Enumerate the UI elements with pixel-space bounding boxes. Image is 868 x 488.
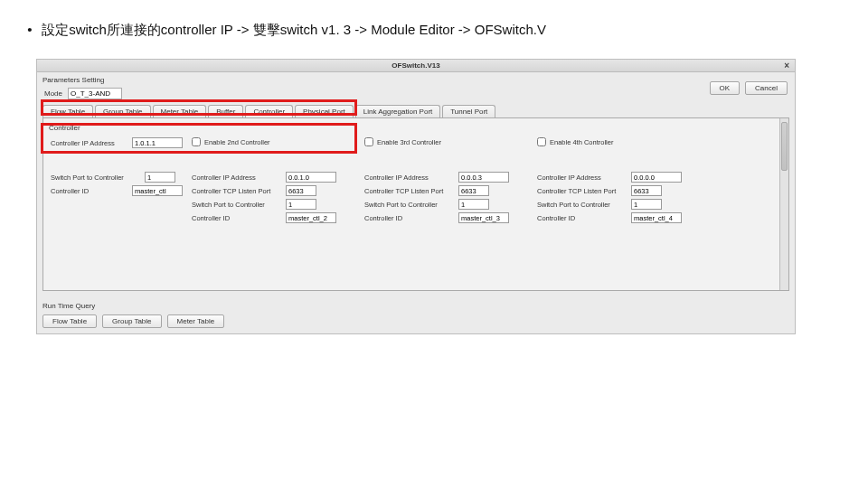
c3-cid-label: Controller ID — [364, 214, 455, 222]
runtime-group-table-button[interactable]: Group Table — [102, 314, 161, 328]
c3-tcp-label: Controller TCP Listen Port — [364, 187, 455, 195]
c1-cid-input[interactable] — [132, 185, 183, 196]
c3-swp-input[interactable] — [458, 199, 489, 210]
c2-cid-label: Controller ID — [192, 214, 282, 222]
c2-swp-label: Switch Port to Controller — [192, 201, 282, 209]
runtime-section: Run Time Query Flow Table Group Table Me… — [37, 295, 795, 333]
c1-cid-label: Controller ID — [51, 187, 128, 195]
controller-1-column: Controller IP Address Switch Port to Con… — [49, 136, 184, 198]
c4-tcp-label: Controller TCP Listen Port — [537, 187, 627, 195]
c1-ip-input[interactable] — [132, 137, 183, 148]
c3-cid-input[interactable] — [458, 212, 509, 223]
c3-ip-label: Controller IP Address — [364, 174, 455, 182]
instruction-bullet: • 設定switch所連接的controller IP -> 雙擊switch … — [22, 22, 852, 39]
tab-tunnel-port[interactable]: Tunnel Port — [442, 105, 495, 117]
controller-pane: Controller Controller IP Address Switch … — [42, 117, 789, 291]
pane-scrollbar[interactable] — [779, 118, 788, 290]
c3-enable-checkbox[interactable] — [364, 137, 373, 146]
mode-label: Mode — [44, 89, 62, 98]
runtime-label: Run Time Query — [42, 298, 789, 312]
tab-group-table[interactable]: Group Table — [95, 105, 150, 117]
c1-swp-input[interactable] — [145, 172, 175, 183]
c3-tcp-input[interactable] — [458, 185, 489, 196]
tab-controller[interactable]: Controller — [245, 105, 293, 117]
controller-2-column: Enable 2nd Controller Controller IP Addr… — [190, 136, 357, 225]
c4-tcp-input[interactable] — [631, 185, 662, 196]
c1-ip-label: Controller IP Address — [51, 139, 128, 147]
c4-cid-label: Controller ID — [537, 214, 627, 222]
runtime-meter-table-button[interactable]: Meter Table — [167, 314, 225, 328]
bullet-dot: • — [22, 22, 38, 37]
window-title: OFSwitch.V13 — [392, 61, 439, 70]
c2-tcp-input[interactable] — [286, 185, 316, 196]
c3-swp-label: Switch Port to Controller — [364, 201, 455, 209]
c4-ip-label: Controller IP Address — [537, 174, 627, 182]
c2-enable-label: Enable 2nd Controller — [204, 138, 270, 146]
tab-row: Flow Table Group Table Meter Table Buffe… — [37, 105, 795, 117]
c2-tcp-label: Controller TCP Listen Port — [192, 187, 282, 195]
c1-swp-label: Switch Port to Controller — [51, 174, 141, 182]
c3-enable-label: Enable 3rd Controller — [377, 138, 441, 146]
c2-ip-input[interactable] — [286, 172, 336, 183]
c3-ip-input[interactable] — [458, 172, 509, 183]
controller-section-label: Controller — [49, 122, 783, 136]
c2-cid-input[interactable] — [286, 212, 336, 223]
controller-4-column: Enable 4th Controller Controller IP Addr… — [535, 136, 703, 225]
runtime-flow-table-button[interactable]: Flow Table — [42, 314, 97, 328]
tab-physical-port[interactable]: Physical Port — [295, 105, 354, 117]
tab-meter-table[interactable]: Meter Table — [153, 105, 207, 117]
parameters-label: Parameters Setting — [37, 72, 795, 86]
mode-input[interactable] — [68, 88, 122, 99]
c4-ip-input[interactable] — [631, 172, 682, 183]
tab-flow-table[interactable]: Flow Table — [42, 105, 93, 117]
c4-enable-label: Enable 4th Controller — [550, 138, 613, 146]
tab-link-aggregation[interactable]: Link Aggregation Port — [355, 105, 441, 117]
titlebar: OFSwitch.V13 × — [37, 60, 795, 72]
c2-ip-label: Controller IP Address — [192, 174, 282, 182]
c4-swp-input[interactable] — [631, 199, 662, 210]
cancel-button[interactable]: Cancel — [745, 81, 788, 95]
c4-swp-label: Switch Port to Controller — [537, 201, 627, 209]
dialog-window: OFSwitch.V13 × Parameters Setting Mode O… — [36, 59, 796, 334]
tab-buffer[interactable]: Buffer — [208, 105, 243, 117]
ok-button[interactable]: OK — [710, 81, 741, 95]
controller-3-column: Enable 3rd Controller Controller IP Addr… — [363, 136, 530, 225]
instruction-text: 設定switch所連接的controller IP -> 雙擊switch v1… — [42, 22, 546, 37]
mode-row: Mode — [37, 86, 795, 105]
c2-swp-input[interactable] — [286, 199, 316, 210]
close-icon[interactable]: × — [784, 61, 789, 70]
c4-enable-checkbox[interactable] — [537, 137, 546, 146]
c4-cid-input[interactable] — [631, 212, 682, 223]
c2-enable-checkbox[interactable] — [192, 137, 201, 146]
